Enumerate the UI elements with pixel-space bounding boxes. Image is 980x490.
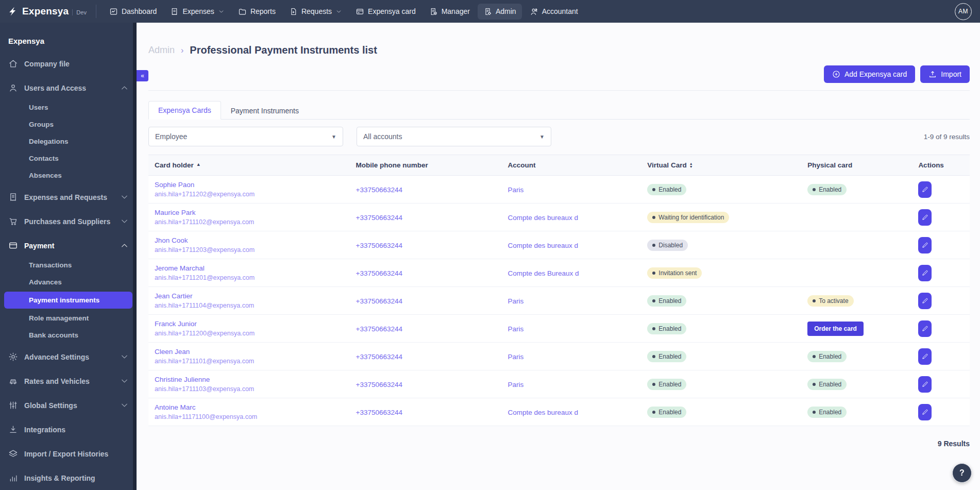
account-link[interactable]: Compte des Bureaux d [508,269,579,277]
card-holder-name-link[interactable]: Maurice Park [155,209,344,216]
sidebar-item-advances[interactable]: Advances [0,274,137,291]
status-badge-label: Enabled [658,186,681,193]
table-row: Cleen Jeananis.hila+1711101@expensya.com… [148,343,970,370]
column-header-wrap[interactable]: Virtual Card▲▼ [647,161,795,169]
card-holder-name-link[interactable]: Jhon Cook [155,236,344,244]
phone-link[interactable]: +33750663244 [356,409,402,416]
add-expensya-card-button[interactable]: Add Expensya card [824,65,915,83]
account-link[interactable]: Paris [508,353,523,361]
nav-item-dashboard[interactable]: Dashboard [104,4,163,20]
edit-button[interactable] [918,181,932,198]
sidebar-item-company-file[interactable]: Company file [0,53,137,75]
card-holder-email-link[interactable]: anis.hila+1711103@expensya.com [155,385,344,393]
sidebar-item-purchases-and-suppliers[interactable]: Purchases and Suppliers [0,210,137,232]
virtual-card-cell: Invitation sent [641,259,801,287]
chevron-down-icon: ▼ [539,134,545,140]
edit-button[interactable] [918,348,932,365]
edit-button[interactable] [918,265,932,281]
phone-link[interactable]: +33750663244 [356,325,402,333]
card-holder-name-link[interactable]: Sophie Paon [155,181,344,189]
account-link[interactable]: Compte des bureaux d [508,242,578,249]
phone-link[interactable]: +33750663244 [356,186,402,194]
edit-button[interactable] [918,376,932,393]
sidebar-collapse-button[interactable]: « [137,70,148,81]
sidebar-item-expenses-and-requests[interactable]: Expenses and Requests [0,186,137,208]
add-card-label: Add Expensya card [844,70,907,78]
sidebar-item-payment[interactable]: Payment [0,234,137,257]
card-holder-email-link[interactable]: anis.hila+1711201@expensya.com [155,274,344,281]
sidebar-item-users[interactable]: Users [0,99,137,116]
nav-item-requests[interactable]: Requests [283,4,348,20]
card-holder-email-link[interactable]: anis.hila+1711203@expensya.com [155,246,344,254]
card-holder-email-link[interactable]: anis.hila+11171100@expensya.com [155,413,344,420]
nav-item-manager[interactable]: Manager [424,4,476,20]
sidebar-item-contacts[interactable]: Contacts [0,150,137,167]
card-holder-name-link[interactable]: Franck Junior [155,320,344,328]
card-icon [356,7,364,16]
sidebar-item-role-management[interactable]: Role management [0,310,137,327]
sidebar-item-transactions[interactable]: Transactions [0,257,137,274]
sidebar-item-delegations[interactable]: Delegations [0,133,137,150]
card-holder-name-link[interactable]: Antoine Marc [155,403,344,411]
order-the-card-button[interactable]: Order the card [807,322,864,336]
sidebar-item-rates-and-vehicles[interactable]: Rates and Vehicles [0,370,137,392]
card-holder-name-link[interactable]: Christine Julienne [155,376,344,383]
import-button[interactable]: Import [920,65,970,83]
edit-button[interactable] [918,293,932,309]
card-holder-email-link[interactable]: anis.hila+1711202@expensya.com [155,191,344,198]
car-icon [8,376,18,386]
nav-item-admin[interactable]: Admin [478,4,522,20]
brand[interactable]: Expensya Dev [0,6,96,17]
nav-item-expensya-card[interactable]: Expensya card [350,4,421,20]
employee-filter-select[interactable]: Employee ▼ [148,127,343,146]
edit-button[interactable] [918,237,932,254]
account-link[interactable]: Compte des bureaux d [508,214,578,222]
card-holder-name-link[interactable]: Cleen Jean [155,348,344,356]
account-link[interactable]: Paris [508,186,523,194]
card-holder-email-link[interactable]: anis.hila+1711102@expensya.com [155,218,344,226]
sidebar-item-payment-instruments[interactable]: Payment instruments [4,292,132,309]
help-button[interactable]: ? [952,463,972,483]
phone-link[interactable]: +33750663244 [356,381,402,388]
account-link[interactable]: Paris [508,297,523,305]
tab-expensya-cards[interactable]: Expensya Cards [148,101,221,120]
sidebar-item-groups[interactable]: Groups [0,116,137,133]
phone-link[interactable]: +33750663244 [356,297,402,305]
sidebar-item-label: Global Settings [24,401,77,410]
card-holder-email-link[interactable]: anis.hila+1711200@expensya.com [155,330,344,337]
status-badge-label: Enabled [658,381,681,388]
actions-cell [912,204,970,231]
account-link[interactable]: Paris [508,325,523,333]
status-dot-icon [813,355,816,358]
column-header-wrap[interactable]: Card holder▲ [155,161,344,169]
account-link[interactable]: Paris [508,381,523,388]
sidebar-item-integrations[interactable]: Integrations [0,418,137,441]
edit-button[interactable] [918,320,932,337]
sidebar-item-users-and-access[interactable]: Users and Access [0,77,137,99]
breadcrumb-admin[interactable]: Admin [148,45,175,56]
sidebar-scrollbar[interactable] [133,23,137,490]
phone-link[interactable]: +33750663244 [356,214,402,222]
accounts-filter-select[interactable]: All accounts ▼ [357,127,551,146]
tab-payment-instruments[interactable]: Payment Instruments [221,102,309,120]
edit-button[interactable] [918,209,932,226]
phone-link[interactable]: +33750663244 [356,242,402,249]
nav-item-expenses[interactable]: Expenses [164,4,230,20]
sidebar-item-global-settings[interactable]: Global Settings [0,394,137,416]
sidebar-item-import-export-histories[interactable]: Import / Export Histories [0,443,137,465]
sidebar-item-insights-reporting[interactable]: Insights & Reporting [0,467,137,489]
sidebar-item-bank-accounts[interactable]: Bank accounts [0,327,137,344]
sidebar-item-advanced-settings[interactable]: Advanced Settings [0,346,137,368]
card-holder-name-link[interactable]: Jean Cartier [155,292,344,300]
card-holder-email-link[interactable]: anis.hila+1711104@expensya.com [155,302,344,309]
edit-button[interactable] [918,404,932,420]
phone-link[interactable]: +33750663244 [356,353,402,361]
account-link[interactable]: Compte des bureaux d [508,409,578,416]
phone-link[interactable]: +33750663244 [356,269,402,277]
nav-item-reports[interactable]: Reports [232,4,281,20]
card-holder-email-link[interactable]: anis.hila+1711101@expensya.com [155,358,344,365]
card-holder-name-link[interactable]: Jerome Marchal [155,264,344,272]
user-avatar[interactable]: AM [955,3,972,20]
sidebar-item-absences[interactable]: Absences [0,167,137,184]
nav-item-accountant[interactable]: Accountant [524,4,584,20]
